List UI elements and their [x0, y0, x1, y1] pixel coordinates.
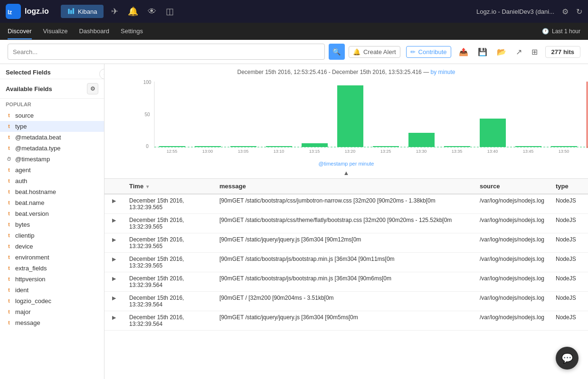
logo[interactable]: lz logz.io — [6, 4, 53, 19]
collapse-chart-button[interactable]: ▲ — [114, 167, 579, 178]
subnav-visualize[interactable]: Visualize — [43, 24, 68, 39]
table-row[interactable]: ▶December 15th 2016, 13:32:39.564[90mGET… — [104, 292, 588, 311]
type-column-header: type — [550, 179, 588, 194]
table-row[interactable]: ▶December 15th 2016, 13:32:39.564[90mGET… — [104, 272, 588, 292]
table-body: ▶December 15th 2016, 13:32:39.565[90mGET… — [104, 194, 588, 331]
share-icon[interactable]: 📤 — [457, 46, 470, 58]
load-icon[interactable]: 📂 — [495, 46, 508, 58]
subnav-dashboard[interactable]: Dashboard — [79, 24, 109, 39]
results-table-wrap[interactable]: Time ▼ message source type ▶December 15t… — [104, 179, 588, 379]
table-row[interactable]: ▶December 15th 2016, 13:32:39.565[90mGET… — [104, 253, 588, 272]
field-type-icon: t — [6, 189, 12, 195]
field-item-auth[interactable]: tauth — [0, 176, 104, 186]
svg-rect-20 — [515, 146, 541, 147]
field-item-type[interactable]: ttype — [0, 121, 104, 132]
field-type-icon: t — [6, 134, 12, 141]
field-item-bytes[interactable]: tbytes — [0, 219, 104, 230]
open-icon[interactable]: ↗ — [514, 46, 524, 58]
field-item--metadata-type[interactable]: t@metadata.type — [0, 143, 104, 154]
nav-app-label: Kibana — [78, 8, 97, 15]
row-source: /var/log/nodejs/nodejs.log — [474, 233, 550, 253]
table-header: Time ▼ message source type — [104, 179, 588, 194]
paper-plane-icon[interactable]: ✈ — [111, 6, 118, 17]
row-expand-button[interactable]: ▶ — [110, 314, 118, 320]
eye-icon[interactable]: 👁 — [148, 7, 156, 17]
alert-icon: 🔔 — [353, 48, 360, 55]
field-item-environment[interactable]: tenvironment — [0, 252, 104, 263]
bell-icon[interactable]: 🔔 — [128, 6, 138, 17]
field-item-beat-name[interactable]: tbeat.name — [0, 197, 104, 208]
svg-text:13:35: 13:35 — [452, 149, 463, 153]
field-item-major[interactable]: tmajor — [0, 306, 104, 317]
field-type-icon: t — [6, 298, 12, 305]
row-message: [90mGET /static/bootstrap/css/jumbotron-… — [214, 194, 474, 214]
field-label: agent — [15, 166, 31, 174]
svg-rect-15 — [337, 85, 363, 147]
svg-text:13:45: 13:45 — [523, 149, 534, 153]
row-type: NodeJS — [550, 194, 588, 214]
row-expand-button[interactable]: ▶ — [110, 256, 118, 262]
nav-app-kibana[interactable]: Kibana — [61, 5, 104, 18]
kibana-icon — [67, 8, 75, 15]
field-item-device[interactable]: tdevice — [0, 241, 104, 252]
save-icon[interactable]: 💾 — [476, 46, 489, 58]
field-item-logzio-codec[interactable]: tlogzio_codec — [0, 296, 104, 306]
table-row[interactable]: ▶December 15th 2016, 13:32:39.564[90mGET… — [104, 311, 588, 331]
histogram-chart: 100 50 0 — [133, 79, 588, 153]
row-type: NodeJS — [550, 292, 588, 311]
field-label: @metadata.beat — [15, 134, 61, 141]
settings-icon[interactable]: ⚙ — [562, 7, 569, 16]
row-expand-button[interactable]: ▶ — [110, 198, 118, 203]
field-item-httpversion[interactable]: thttpversion — [0, 274, 104, 285]
field-label: source — [15, 112, 34, 119]
svg-rect-16 — [373, 146, 399, 147]
field-type-icon: t — [6, 309, 12, 315]
svg-rect-21 — [551, 146, 577, 147]
field-item--metadata-beat[interactable]: t@metadata.beat — [0, 132, 104, 143]
field-item--timestamp[interactable]: ⏱@timestamp — [0, 154, 104, 165]
contribute-button[interactable]: ✏ Contribute — [406, 46, 451, 58]
field-item-ident[interactable]: tident — [0, 285, 104, 296]
grid-icon[interactable]: ⊞ — [530, 46, 540, 58]
refresh-icon[interactable]: ↻ — [576, 7, 582, 16]
row-expand-button[interactable]: ▶ — [110, 217, 118, 223]
field-item-source[interactable]: tsource — [0, 110, 104, 121]
row-expand-button[interactable]: ▶ — [110, 276, 118, 281]
field-item-agent[interactable]: tagent — [0, 165, 104, 176]
field-item-clientip[interactable]: tclientip — [0, 230, 104, 241]
field-item-extra-fields[interactable]: textra_fields — [0, 263, 104, 274]
nav-right: Logz.io - DanielDev3 (dani... ⚙ ↻ — [476, 7, 582, 16]
create-alert-button[interactable]: 🔔 Create Alert — [349, 46, 400, 58]
time-column-header[interactable]: Time ▼ — [123, 179, 214, 194]
search-bar: 🔍 🔔 Create Alert ✏ Contribute 📤 💾 📂 ↗ ⊞ … — [0, 40, 588, 64]
field-item-beat-version[interactable]: tbeat.version — [0, 208, 104, 219]
table-row[interactable]: ▶December 15th 2016, 13:32:39.565[90mGET… — [104, 233, 588, 253]
field-type-icon: t — [6, 211, 12, 217]
field-item-message[interactable]: tmessage — [0, 317, 104, 328]
search-button[interactable]: 🔍 — [329, 44, 345, 60]
by-minute-link[interactable]: by minute — [430, 69, 455, 75]
sub-nav-time: 🕐 Last 1 hour — [542, 28, 580, 35]
svg-text:50: 50 — [144, 112, 150, 117]
row-expand-button[interactable]: ▶ — [110, 295, 118, 301]
fields-gear-button[interactable]: ⚙ — [87, 83, 98, 94]
results-table: Time ▼ message source type ▶December 15t… — [104, 179, 588, 331]
field-type-icon: t — [6, 232, 12, 239]
layers-icon[interactable]: ◫ — [166, 6, 174, 17]
contribute-icon: ✏ — [410, 48, 416, 55]
row-time: December 15th 2016, 13:32:39.565 — [123, 214, 214, 233]
chat-bubble-button[interactable]: 💬 — [556, 347, 579, 370]
available-fields-header: Available Fields ⚙ — [0, 79, 104, 99]
field-item-beat-hostname[interactable]: tbeat.hostname — [0, 186, 104, 197]
subnav-discover[interactable]: Discover — [8, 24, 32, 39]
search-input[interactable] — [13, 48, 320, 55]
field-label: @metadata.type — [15, 145, 61, 152]
table-row[interactable]: ▶December 15th 2016, 13:32:39.565[90mGET… — [104, 194, 588, 214]
subnav-settings[interactable]: Settings — [121, 24, 143, 39]
field-type-icon: t — [6, 276, 12, 283]
row-expand-button[interactable]: ▶ — [110, 237, 118, 242]
selected-fields-title: Selected Fields — [0, 64, 104, 79]
message-column-header: message — [214, 179, 474, 194]
row-source: /var/log/nodejs/nodejs.log — [474, 292, 550, 311]
table-row[interactable]: ▶December 15th 2016, 13:32:39.565[90mGET… — [104, 214, 588, 233]
